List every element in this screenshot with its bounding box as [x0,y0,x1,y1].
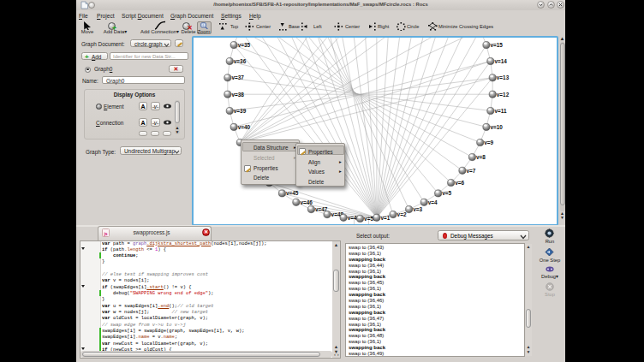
svg-text:v=12: v=12 [496,91,509,97]
svg-text:v=4: v=4 [427,199,437,205]
svg-text:v=15: v=15 [490,42,503,48]
svg-text:v=6: v=6 [455,179,464,185]
svg-text:v=2: v=2 [397,211,406,217]
svg-text:v=36: v=36 [233,57,246,63]
svg-text:v=40: v=40 [237,123,250,129]
svg-text:v=45: v=45 [286,190,299,196]
svg-text:v=7: v=7 [466,167,475,173]
svg-text:v=3: v=3 [413,206,422,212]
svg-text:v=5: v=5 [442,190,451,196]
svg-text:v=8: v=8 [476,154,486,160]
svg-text:v=10: v=10 [490,123,503,129]
svg-text:v=9: v=9 [484,139,493,145]
svg-text:v=14: v=14 [494,57,507,63]
svg-text:v=11: v=11 [494,107,506,113]
svg-text:v=35: v=35 [237,42,250,48]
svg-text:v=1: v=1 [380,214,390,220]
svg-text:v=13: v=13 [496,74,509,80]
svg-text:v=39: v=39 [233,107,246,113]
svg-text:v=37: v=37 [231,74,244,80]
svg-text:v=38: v=38 [231,91,244,97]
svg-text:v=46: v=46 [300,199,313,205]
